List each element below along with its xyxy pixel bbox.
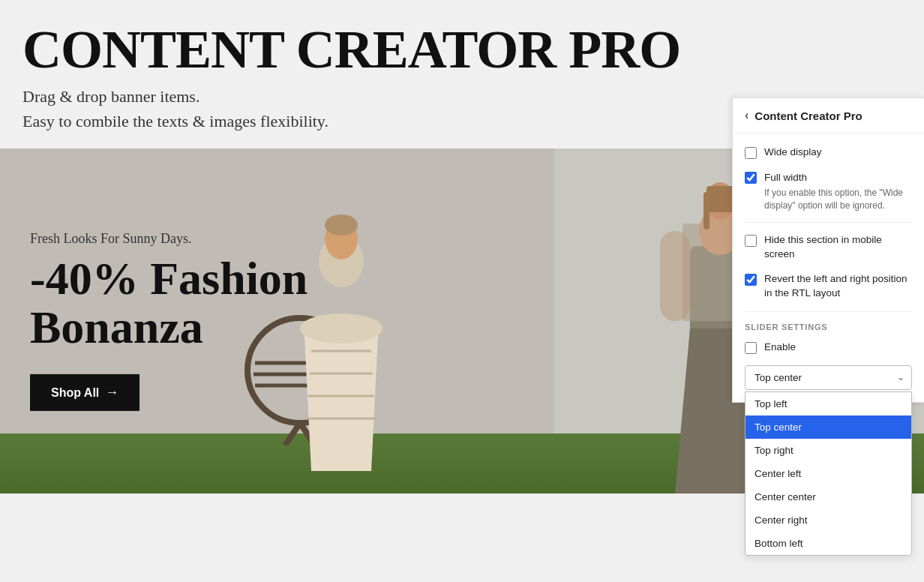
svg-rect-16: [660, 231, 690, 321]
position-select[interactable]: Top left Top center Top right Center lef…: [745, 365, 912, 390]
wide-display-row: Wide display: [745, 146, 912, 160]
hide-mobile-row: Hide this section in mobile screen: [745, 233, 912, 262]
dropdown-item-top-center[interactable]: Top center: [746, 416, 911, 439]
hide-mobile-label[interactable]: Hide this section in mobile screen: [764, 233, 912, 262]
figure-left: [259, 201, 424, 494]
dropdown-item-center-right[interactable]: Center right: [746, 508, 911, 532]
enable-row: Enable: [745, 340, 912, 355]
full-width-text: Full width If you enable this option, th…: [764, 170, 912, 212]
panel-body: Wide display Full width If you enable th…: [733, 134, 924, 402]
divider-1: [745, 222, 912, 223]
full-width-checkbox[interactable]: [745, 172, 757, 184]
svg-point-2: [300, 314, 382, 344]
position-select-wrapper[interactable]: Top left Top center Top right Center lef…: [745, 365, 912, 390]
dropdown-item-top-left[interactable]: Top left: [746, 392, 911, 416]
slider-settings-label: SLIDER SETTINGS: [745, 322, 912, 332]
full-width-hint: If you enable this option, the "Wide dis…: [764, 187, 912, 212]
arrow-icon: →: [105, 385, 118, 400]
svg-rect-15: [704, 192, 710, 230]
revert-rtl-row: Revert the left and right position in th…: [745, 272, 912, 301]
dropdown-item-top-right[interactable]: Top right: [746, 439, 911, 462]
svg-point-8: [325, 214, 358, 236]
panel-title: Content Creator Pro: [754, 110, 862, 122]
full-width-label[interactable]: Full width: [764, 172, 807, 183]
dropdown-item-bottom-left[interactable]: Bottom left: [746, 532, 911, 555]
enable-checkbox[interactable]: [745, 342, 757, 354]
revert-rtl-label[interactable]: Revert the left and right position in th…: [764, 272, 912, 301]
svg-rect-14: [706, 186, 734, 212]
panel-header: ‹ Content Creator Pro: [733, 98, 924, 134]
dropdown-list: Top left Top center Top right Center lef…: [745, 392, 912, 556]
page-wrapper: CONTENT CREATOR PRO Drag & drop banner i…: [0, 0, 924, 582]
page-title: CONTENT CREATOR PRO: [22, 22, 902, 76]
back-button[interactable]: ‹: [745, 109, 748, 122]
wide-display-checkbox[interactable]: [745, 147, 757, 159]
wide-display-label[interactable]: Wide display: [764, 146, 822, 160]
enable-label[interactable]: Enable: [764, 340, 796, 355]
dropdown-item-center-center[interactable]: Center center: [746, 485, 911, 508]
right-panel: ‹ Content Creator Pro Wide display Full …: [732, 98, 924, 403]
divider-2: [745, 311, 912, 312]
shop-all-button[interactable]: Shop All →: [30, 374, 140, 411]
hide-mobile-checkbox[interactable]: [745, 235, 757, 247]
dropdown-item-center-left[interactable]: Center left: [746, 462, 911, 485]
revert-rtl-checkbox[interactable]: [745, 274, 757, 286]
full-width-row: Full width If you enable this option, th…: [745, 170, 912, 212]
